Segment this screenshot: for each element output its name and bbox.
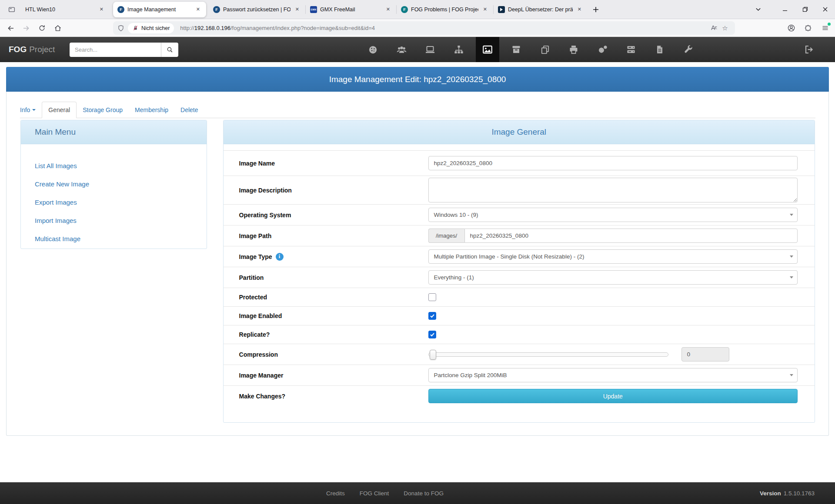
search-input[interactable] (70, 43, 161, 57)
compression-slider[interactable] (428, 352, 668, 357)
image-description-textarea[interactable] (428, 178, 798, 202)
version-label: Version (760, 490, 781, 497)
service-gears-icon (597, 44, 608, 55)
protected-checkbox[interactable] (428, 293, 436, 301)
image-enabled-checkbox[interactable] (428, 312, 436, 320)
replicate-checkbox[interactable] (428, 331, 436, 338)
host-laptop-icon (425, 44, 435, 55)
selected-value: Windows 10 - (9) (434, 212, 478, 218)
tab-close-icon[interactable]: ✕ (194, 6, 202, 13)
image-general-body: Image Name Image Description Operating S… (224, 144, 815, 422)
nav-groups-button[interactable] (444, 37, 473, 62)
tab-close-icon[interactable]: ✕ (384, 6, 392, 13)
nav-printers-button[interactable] (559, 37, 588, 62)
nav-reports-button[interactable] (645, 37, 674, 62)
image-type-select[interactable]: Multiple Partition Image - Single Disk (… (428, 249, 798, 264)
extensions-puzzle-icon (804, 24, 812, 32)
image-name-input[interactable] (428, 156, 798, 170)
browser-tab-passwort[interactable]: F Passwort zurücksetzen | FOG Pr ✕ (209, 2, 305, 17)
browser-tab-fog-problems[interactable]: F FOG Problems | FOG Project ✕ (397, 2, 493, 17)
tab-close-icon[interactable]: ✕ (576, 6, 583, 13)
nav-images-button[interactable] (476, 37, 499, 62)
tab-close-icon[interactable]: ✕ (294, 6, 301, 13)
tab-general[interactable]: General (42, 102, 77, 118)
minimize-icon (782, 7, 788, 12)
operating-system-select[interactable]: Windows 10 - (9) (428, 208, 798, 222)
footer-link-donate[interactable]: Donate to FOG (404, 490, 444, 497)
browser-tab-gmx[interactable]: GMX GMX FreeMail ✕ (306, 2, 396, 17)
site-security-chip[interactable]: Nicht sicher (128, 23, 174, 33)
menu-button[interactable] (818, 22, 832, 34)
browser-window: HTL Wien10 ✕ F Image Management ✕ F Pass… (0, 0, 835, 504)
compression-value-input[interactable] (681, 347, 729, 361)
browser-tab-image-management[interactable]: F Image Management ✕ (113, 2, 206, 17)
sidebar-item-create-new-image[interactable]: Create New Image (21, 175, 207, 193)
bookmark-button[interactable]: ☆ (719, 23, 731, 34)
slider-handle[interactable] (430, 350, 436, 360)
field-label: Image Type (239, 253, 272, 260)
sidebar-item-export-images[interactable]: Export Images (21, 193, 207, 211)
tab-label: Storage Group (83, 106, 123, 113)
tab-info[interactable]: Info (20, 102, 42, 118)
field-label: Image Name (239, 160, 428, 167)
image-path-input[interactable] (464, 229, 798, 243)
insecure-lock-icon (132, 25, 139, 31)
main-menu-title: Main Menu (35, 127, 76, 137)
home-button[interactable] (51, 22, 64, 34)
form-row-operating-system: Operating System Windows 10 - (9) (224, 204, 815, 225)
window-close-button[interactable] (815, 0, 835, 19)
tab-delete[interactable]: Delete (174, 102, 204, 118)
window-restore-button[interactable] (795, 0, 815, 19)
url-path: /fog/management/index.php?node=image&sub… (230, 25, 375, 31)
gmx-favicon: GMX (310, 6, 317, 13)
firefox-view-button[interactable] (5, 3, 18, 16)
page-title: Image Management Edit: hpz2_20260325_080… (329, 75, 506, 84)
menu-notification-dot (828, 23, 831, 26)
nav-services-button[interactable] (588, 37, 617, 62)
shield-icon[interactable] (117, 25, 124, 32)
fog-brand[interactable]: FOGProject (9, 37, 55, 62)
forward-button[interactable] (20, 22, 32, 34)
reload-button[interactable] (36, 22, 48, 34)
nav-storage-button[interactable] (502, 37, 531, 62)
form-row-protected: Protected (224, 288, 815, 306)
nav-hosts-button[interactable] (416, 37, 444, 62)
info-icon[interactable]: i (276, 253, 284, 261)
tab-storage-group[interactable]: Storage Group (77, 102, 129, 118)
nav-snapins-button[interactable] (531, 37, 559, 62)
account-button[interactable] (785, 22, 798, 34)
tab-close-icon[interactable]: ✕ (481, 6, 489, 13)
dashboard-icon (368, 45, 378, 55)
field-label: Compression (239, 351, 428, 358)
browser-tab-deepl[interactable]: DeepL Übersetzer: Der präzisest ✕ (494, 2, 588, 17)
fog-favicon: F (117, 6, 124, 13)
update-button[interactable]: Update (428, 389, 798, 403)
window-minimize-button[interactable] (775, 0, 795, 19)
sidebar-item-multicast-image[interactable]: Multicast Image (21, 229, 207, 248)
partition-select[interactable]: Everything - (1) (428, 270, 798, 285)
list-all-tabs-button[interactable] (751, 3, 765, 16)
sidebar-item-list-all-images[interactable]: List All Images (21, 156, 207, 175)
browser-tab-htl-wien[interactable]: HTL Wien10 ✕ (21, 2, 110, 17)
extensions-button[interactable] (802, 22, 815, 34)
translate-button[interactable] (708, 23, 719, 34)
image-manager-select[interactable]: Partclone Gzip Split 200MiB (428, 368, 798, 382)
search-button[interactable] (161, 43, 178, 57)
url-bar[interactable]: Nicht sicher http://192.168.0.196/fog/ma… (113, 21, 735, 35)
nav-tasks-button[interactable] (617, 37, 645, 62)
translate-icon (710, 24, 718, 32)
nav-dashboard-button[interactable] (358, 37, 387, 62)
sidebar-item-import-images[interactable]: Import Images (21, 211, 207, 229)
footer-link-credits[interactable]: Credits (326, 490, 345, 497)
nav-users-button[interactable] (387, 37, 416, 62)
tab-close-icon[interactable]: ✕ (98, 6, 105, 13)
fog-nav-icons (358, 37, 703, 62)
tab-membership[interactable]: Membership (129, 102, 174, 118)
back-button[interactable] (4, 22, 17, 34)
tab-label: Info (20, 106, 30, 113)
nav-configuration-button[interactable] (674, 37, 703, 62)
star-icon: ☆ (722, 24, 728, 32)
footer-link-fog-client[interactable]: FOG Client (360, 490, 389, 497)
logout-button[interactable] (796, 37, 822, 62)
new-tab-button[interactable] (589, 3, 602, 16)
